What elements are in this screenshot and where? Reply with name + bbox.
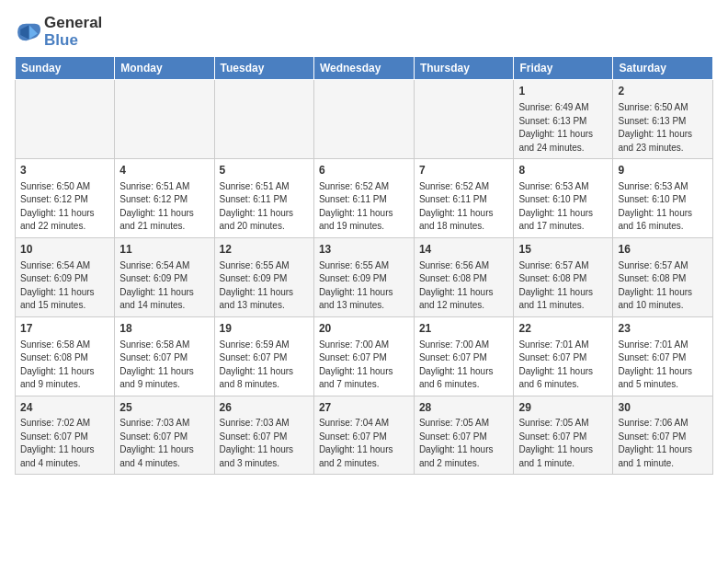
calendar-day-cell: 12Sunrise: 6:55 AM Sunset: 6:09 PM Dayli…: [214, 237, 313, 316]
calendar-day-cell: [414, 80, 514, 159]
calendar-day-cell: 18Sunrise: 6:58 AM Sunset: 6:07 PM Dayli…: [115, 316, 214, 396]
calendar-day-cell: 22Sunrise: 7:01 AM Sunset: 6:07 PM Dayli…: [514, 316, 613, 396]
calendar-day-cell: 8Sunrise: 6:53 AM Sunset: 6:10 PM Daylig…: [514, 159, 613, 238]
calendar-week-row: 10Sunrise: 6:54 AM Sunset: 6:09 PM Dayli…: [16, 237, 713, 316]
day-info: Sunrise: 6:50 AM Sunset: 6:12 PM Dayligh…: [20, 180, 109, 234]
day-number: 29: [518, 400, 608, 416]
day-info: Sunrise: 7:04 AM Sunset: 6:07 PM Dayligh…: [319, 417, 409, 470]
day-number: 9: [618, 163, 708, 178]
calendar-day-cell: 9Sunrise: 6:53 AM Sunset: 6:10 PM Daylig…: [613, 159, 713, 238]
day-number: 14: [419, 242, 509, 258]
day-number: 4: [119, 163, 209, 178]
day-number: 1: [518, 84, 608, 99]
calendar-day-cell: 3Sunrise: 6:50 AM Sunset: 6:12 PM Daylig…: [16, 159, 115, 238]
day-number: 3: [20, 163, 109, 178]
calendar-day-cell: 25Sunrise: 7:03 AM Sunset: 6:07 PM Dayli…: [115, 396, 214, 475]
weekday-header: Friday: [514, 57, 613, 80]
day-info: Sunrise: 6:50 AM Sunset: 6:13 PM Dayligh…: [618, 101, 708, 155]
day-info: Sunrise: 6:58 AM Sunset: 6:07 PM Dayligh…: [119, 339, 209, 392]
calendar-day-cell: 4Sunrise: 6:51 AM Sunset: 6:12 PM Daylig…: [115, 159, 214, 238]
day-info: Sunrise: 7:06 AM Sunset: 6:07 PM Dayligh…: [618, 417, 708, 470]
weekday-header: Saturday: [613, 57, 713, 80]
weekday-header-row: SundayMondayTuesdayWednesdayThursdayFrid…: [16, 57, 713, 80]
day-number: 20: [319, 321, 409, 337]
day-info: Sunrise: 6:51 AM Sunset: 6:12 PM Dayligh…: [119, 180, 209, 234]
day-number: 16: [618, 242, 708, 258]
day-number: 13: [319, 242, 409, 258]
logo-icon: [15, 19, 40, 45]
day-info: Sunrise: 6:52 AM Sunset: 6:11 PM Dayligh…: [319, 180, 409, 234]
logo: General Blue: [15, 15, 102, 49]
calendar-day-cell: 23Sunrise: 7:01 AM Sunset: 6:07 PM Dayli…: [613, 316, 713, 396]
weekday-header: Tuesday: [214, 57, 313, 80]
day-info: Sunrise: 7:05 AM Sunset: 6:07 PM Dayligh…: [419, 417, 509, 470]
day-info: Sunrise: 7:01 AM Sunset: 6:07 PM Dayligh…: [618, 339, 708, 392]
calendar-day-cell: 17Sunrise: 6:58 AM Sunset: 6:08 PM Dayli…: [16, 316, 115, 396]
day-info: Sunrise: 6:52 AM Sunset: 6:11 PM Dayligh…: [419, 180, 509, 234]
day-number: 24: [20, 400, 109, 416]
day-number: 7: [419, 163, 509, 178]
page-header: General Blue: [15, 15, 713, 49]
day-info: Sunrise: 6:57 AM Sunset: 6:08 PM Dayligh…: [518, 259, 608, 313]
day-number: 22: [518, 321, 608, 337]
day-info: Sunrise: 6:53 AM Sunset: 6:10 PM Dayligh…: [518, 180, 608, 234]
calendar-day-cell: 15Sunrise: 6:57 AM Sunset: 6:08 PM Dayli…: [514, 237, 613, 316]
calendar-week-row: 17Sunrise: 6:58 AM Sunset: 6:08 PM Dayli…: [16, 316, 713, 396]
calendar-day-cell: 30Sunrise: 7:06 AM Sunset: 6:07 PM Dayli…: [613, 396, 713, 475]
calendar-day-cell: 16Sunrise: 6:57 AM Sunset: 6:08 PM Dayli…: [613, 237, 713, 316]
day-info: Sunrise: 6:56 AM Sunset: 6:08 PM Dayligh…: [419, 259, 509, 313]
day-info: Sunrise: 7:01 AM Sunset: 6:07 PM Dayligh…: [518, 339, 608, 392]
day-number: 12: [220, 242, 309, 258]
calendar-day-cell: 13Sunrise: 6:55 AM Sunset: 6:09 PM Dayli…: [313, 237, 414, 316]
calendar-week-row: 1Sunrise: 6:49 AM Sunset: 6:13 PM Daylig…: [16, 80, 713, 159]
calendar-day-cell: 21Sunrise: 7:00 AM Sunset: 6:07 PM Dayli…: [414, 316, 514, 396]
day-info: Sunrise: 6:58 AM Sunset: 6:08 PM Dayligh…: [20, 339, 109, 392]
calendar-day-cell: 20Sunrise: 7:00 AM Sunset: 6:07 PM Dayli…: [313, 316, 414, 396]
calendar-day-cell: 19Sunrise: 6:59 AM Sunset: 6:07 PM Dayli…: [214, 316, 313, 396]
day-number: 19: [220, 321, 309, 337]
day-info: Sunrise: 6:55 AM Sunset: 6:09 PM Dayligh…: [319, 259, 409, 313]
day-info: Sunrise: 7:00 AM Sunset: 6:07 PM Dayligh…: [419, 339, 509, 392]
calendar-day-cell: 29Sunrise: 7:05 AM Sunset: 6:07 PM Dayli…: [514, 396, 613, 475]
calendar-day-cell: [313, 80, 414, 159]
day-info: Sunrise: 6:54 AM Sunset: 6:09 PM Dayligh…: [20, 259, 109, 313]
day-info: Sunrise: 6:51 AM Sunset: 6:11 PM Dayligh…: [220, 180, 309, 234]
calendar-day-cell: 27Sunrise: 7:04 AM Sunset: 6:07 PM Dayli…: [313, 396, 414, 475]
weekday-header: Monday: [115, 57, 214, 80]
day-number: 21: [419, 321, 509, 337]
calendar-day-cell: [214, 80, 313, 159]
day-info: Sunrise: 6:54 AM Sunset: 6:09 PM Dayligh…: [119, 259, 209, 313]
calendar-day-cell: [16, 80, 115, 159]
calendar-day-cell: 26Sunrise: 7:03 AM Sunset: 6:07 PM Dayli…: [214, 396, 313, 475]
calendar-day-cell: [115, 80, 214, 159]
logo-text: General Blue: [44, 15, 102, 49]
calendar-day-cell: 5Sunrise: 6:51 AM Sunset: 6:11 PM Daylig…: [214, 159, 313, 238]
day-number: 10: [20, 242, 109, 258]
day-info: Sunrise: 7:00 AM Sunset: 6:07 PM Dayligh…: [319, 339, 409, 392]
day-number: 26: [220, 400, 309, 416]
day-info: Sunrise: 7:02 AM Sunset: 6:07 PM Dayligh…: [20, 417, 109, 470]
day-info: Sunrise: 6:57 AM Sunset: 6:08 PM Dayligh…: [618, 259, 708, 313]
day-info: Sunrise: 7:03 AM Sunset: 6:07 PM Dayligh…: [220, 417, 309, 470]
day-number: 8: [518, 163, 608, 178]
calendar-day-cell: 1Sunrise: 6:49 AM Sunset: 6:13 PM Daylig…: [514, 80, 613, 159]
calendar-week-row: 24Sunrise: 7:02 AM Sunset: 6:07 PM Dayli…: [16, 396, 713, 475]
day-number: 5: [220, 163, 309, 178]
calendar-day-cell: 7Sunrise: 6:52 AM Sunset: 6:11 PM Daylig…: [414, 159, 514, 238]
day-info: Sunrise: 6:53 AM Sunset: 6:10 PM Dayligh…: [618, 180, 708, 234]
day-number: 28: [419, 400, 509, 416]
day-number: 11: [119, 242, 209, 258]
calendar-week-row: 3Sunrise: 6:50 AM Sunset: 6:12 PM Daylig…: [16, 159, 713, 238]
day-number: 18: [119, 321, 209, 337]
day-info: Sunrise: 6:49 AM Sunset: 6:13 PM Dayligh…: [518, 101, 608, 155]
weekday-header: Sunday: [16, 57, 115, 80]
day-info: Sunrise: 7:05 AM Sunset: 6:07 PM Dayligh…: [518, 417, 608, 470]
day-number: 27: [319, 400, 409, 416]
calendar-day-cell: 14Sunrise: 6:56 AM Sunset: 6:08 PM Dayli…: [414, 237, 514, 316]
day-number: 15: [518, 242, 608, 258]
day-info: Sunrise: 7:03 AM Sunset: 6:07 PM Dayligh…: [119, 417, 209, 470]
day-number: 2: [618, 84, 708, 99]
day-info: Sunrise: 6:59 AM Sunset: 6:07 PM Dayligh…: [220, 339, 309, 392]
calendar-day-cell: 10Sunrise: 6:54 AM Sunset: 6:09 PM Dayli…: [16, 237, 115, 316]
calendar-day-cell: 6Sunrise: 6:52 AM Sunset: 6:11 PM Daylig…: [313, 159, 414, 238]
